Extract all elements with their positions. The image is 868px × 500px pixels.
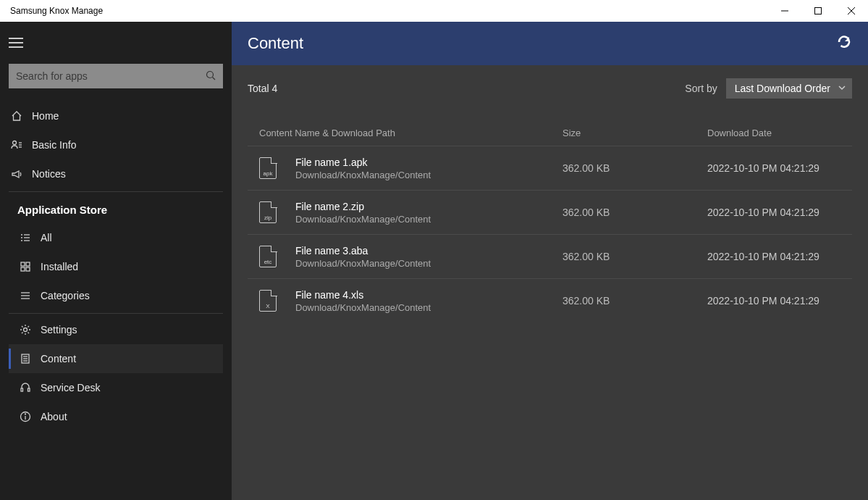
file-size: 362.00 KB [562,207,707,218]
table-row[interactable]: apkFile name 1.apkDownload/KnoxManage/Co… [248,146,852,190]
sidebar-item-label: Installed [41,261,78,272]
refresh-button[interactable] [836,34,852,53]
home-icon [9,110,25,122]
sidebar-item-basic-info[interactable]: Basic Info [0,130,232,159]
file-path: Download/KnoxManage/Content [295,302,562,313]
page-title: Content [248,34,303,53]
file-name: File name 4.xls [295,289,562,301]
sidebar-item-notices[interactable]: Notices [0,159,232,188]
info-icon [17,411,33,422]
file-path: Download/KnoxManage/Content [295,258,562,269]
sidebar-header-app-store: Application Store [9,193,223,223]
maximize-button[interactable] [801,0,835,22]
file-size: 362.00 KB [562,162,707,174]
menu-icon[interactable] [9,38,23,48]
user-info-icon [9,139,25,151]
svg-point-23 [24,328,28,332]
window-controls [768,0,868,22]
column-header-date: Download Date [707,128,852,138]
page-header: Content [232,22,868,65]
sidebar: Home Basic Info Notices Application Stor… [0,22,232,500]
file-size: 362.00 KB [562,251,707,262]
sidebar-item-categories[interactable]: Categories [9,281,223,310]
categories-icon [17,290,33,301]
sidebar-item-installed[interactable]: Installed [9,252,223,281]
svg-rect-18 [21,267,25,271]
sidebar-item-label: About [41,411,67,422]
search-input-wrap[interactable] [9,64,223,88]
svg-point-32 [25,414,26,414]
sidebar-item-label: Basic Info [32,139,76,151]
minimize-button[interactable] [768,0,801,22]
main-content: Content Total 4 Sort by Last Download Or… [232,22,868,500]
sidebar-item-label: Home [32,110,59,122]
column-header-size: Size [562,128,707,138]
sidebar-item-service-desk[interactable]: Service Desk [9,373,223,402]
sort-value: Last Download Order [735,83,830,94]
table-row[interactable]: XFile name 4.xlsDownload/KnoxManage/Cont… [248,278,852,322]
gear-icon [17,324,33,336]
svg-point-6 [13,141,17,145]
total-count: Total 4 [248,83,277,94]
file-path: Download/KnoxManage/Content [295,170,562,180]
svg-line-5 [213,77,216,80]
chevron-down-icon [838,83,846,94]
sidebar-item-content[interactable]: Content [9,344,223,373]
megaphone-icon [9,168,25,180]
close-button[interactable] [835,0,868,22]
titlebar: Samsung Knox Manage [0,0,868,22]
sidebar-item-label: Notices [32,168,66,180]
sidebar-item-settings[interactable]: Settings [9,315,223,344]
file-date: 2022-10-10 PM 04:21:29 [707,207,852,218]
search-input[interactable] [16,70,206,82]
file-icon: apk [259,157,295,179]
file-date: 2022-10-10 PM 04:21:29 [707,162,852,174]
sidebar-item-label: Content [41,353,76,364]
sidebar-item-label: Categories [41,290,90,301]
file-date: 2022-10-10 PM 04:21:29 [707,295,852,307]
file-path: Download/KnoxManage/Content [295,214,562,225]
window-title: Samsung Knox Manage [0,6,103,16]
file-icon: X [259,290,295,312]
sidebar-item-label: Service Desk [41,382,100,393]
sort-dropdown[interactable]: Last Download Order [726,78,852,99]
svg-point-4 [207,71,214,78]
sort-label: Sort by [685,83,717,94]
content-table: Content Name & Download Path Size Downlo… [232,128,868,322]
svg-rect-28 [21,388,23,391]
svg-rect-19 [26,267,30,271]
sidebar-item-label: All [41,232,52,243]
column-header-name: Content Name & Download Path [259,128,562,138]
table-row[interactable]: etcFile name 3.abaDownload/KnoxManage/Co… [248,234,852,278]
file-name: File name 3.aba [295,245,562,257]
sidebar-item-label: Settings [41,324,77,336]
file-icon: zip [259,201,295,223]
sidebar-item-all[interactable]: All [9,223,223,252]
file-name: File name 1.apk [295,157,562,168]
sidebar-item-about[interactable]: About [9,402,223,431]
sidebar-item-home[interactable]: Home [0,101,232,130]
file-date: 2022-10-10 PM 04:21:29 [707,251,852,262]
search-icon [206,70,216,83]
file-name: File name 2.zip [295,201,562,212]
file-icon: etc [259,246,295,267]
table-row[interactable]: zipFile name 2.zipDownload/KnoxManage/Co… [248,190,852,234]
svg-rect-17 [26,262,30,266]
file-size: 362.00 KB [562,295,707,307]
list-icon [17,232,33,243]
headset-icon [17,382,33,393]
svg-rect-29 [28,388,30,391]
svg-rect-16 [21,262,25,266]
document-icon [17,353,33,364]
grid-icon [17,261,33,272]
svg-rect-1 [815,8,822,14]
